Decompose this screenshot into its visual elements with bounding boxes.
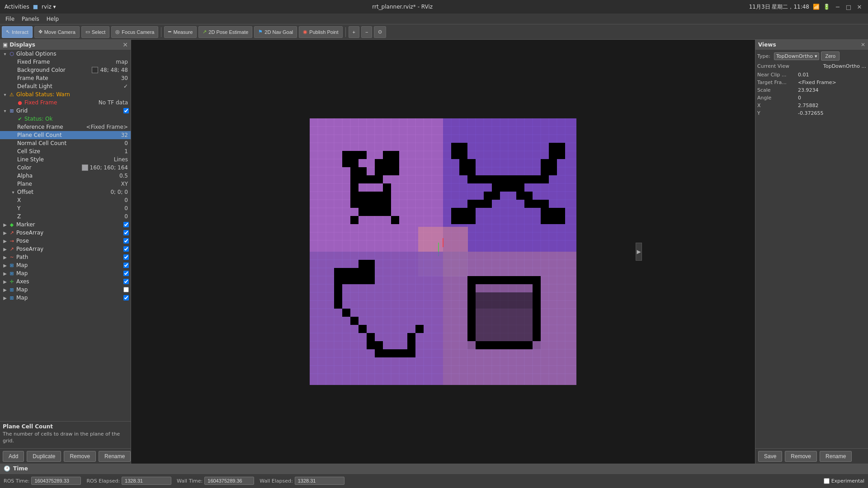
tree-offset-z[interactable]: Z 0 [0,212,131,221]
visualization-canvas[interactable] [131,40,755,464]
tree-arrow[interactable]: ▶ [2,239,8,244]
focus-camera-button[interactable]: ◎ Focus Camera [111,26,158,38]
tree-map3[interactable]: ▶ ⊞ Map [0,286,131,294]
tree-plane-cell-count[interactable]: Plane Cell Count 32 [0,131,131,139]
offset-value: 0; 0; 0 [110,189,131,195]
tree-line-style[interactable]: Line Style Lines [0,155,131,164]
zero-button[interactable]: Zero [821,52,840,61]
tree-arrow[interactable]: ▾ [2,92,8,97]
right-panel-collapse-button[interactable]: ▶ [636,243,642,261]
tree-pose[interactable]: ▶ → Pose [0,237,131,245]
tree-arrow[interactable]: ▶ [2,255,8,260]
menu-help[interactable]: Help [43,15,62,23]
path-checkbox[interactable] [123,254,129,260]
posearray1-checkbox[interactable] [123,230,129,235]
maximize-button[interactable]: □ [844,3,853,11]
tree-plane[interactable]: Plane XY [0,180,131,188]
tree-map4[interactable]: ▶ ⊞ Map [0,294,131,302]
tree-reference-frame[interactable]: Reference Frame <Fixed Frame> [0,123,131,131]
axes-checkbox[interactable] [123,279,129,284]
tree-cell-size[interactable]: Cell Size 1 [0,147,131,155]
grid-checkbox[interactable] [123,108,129,113]
fit-view-button[interactable]: ⊙ [374,26,386,38]
ros-time-input[interactable] [31,477,81,485]
menu-panels[interactable]: Panels [18,15,43,23]
tree-arrow[interactable]: ▶ [2,263,8,268]
tree-fixed-frame-warn[interactable]: ● Fixed Frame No TF data [0,99,131,107]
tree-default-light[interactable]: Default Light ✓ [0,82,131,90]
tree-axes[interactable]: ▶ ✛ Axes [0,277,131,286]
tree-background-color[interactable]: Background Color 48; 48; 48 [0,66,131,74]
tree-posearray2[interactable]: ▶ ↗ PoseArray [0,245,131,253]
experimental-checkbox[interactable] [824,478,830,484]
views-close-button[interactable]: ✕ [861,42,865,48]
map3-checkbox[interactable] [123,287,129,292]
rename-button[interactable]: Rename [99,451,131,462]
map1-checkbox[interactable] [123,263,129,268]
tree-global-options[interactable]: ▾ ⬡ Global Options [0,50,131,58]
tree-arrow[interactable]: ▾ [2,52,8,56]
tree-normal-cell-count[interactable]: Normal Cell Count 0 [0,139,131,147]
tree-arrow[interactable]: ▶ [2,222,8,227]
minimize-button[interactable]: ─ [834,3,842,11]
tree-offset[interactable]: ▾ Offset 0; 0; 0 [0,188,131,196]
select-button[interactable]: ▭ Select [81,26,110,38]
background-color-swatch[interactable] [92,67,98,73]
move-camera-button[interactable]: ✥ Move Camera [34,26,80,38]
menu-file[interactable]: File [2,15,18,23]
views-save-button[interactable]: Save [758,451,782,462]
ros-elapsed-input[interactable] [122,477,171,485]
tree-global-status[interactable]: ▾ ⚠ Global Status: Warn [0,90,131,99]
2d-pose-estimate-button[interactable]: ↗ 2D Pose Estimate [198,26,252,38]
color-swatch[interactable] [82,164,88,171]
tree-grid[interactable]: ▾ ⊞ Grid [0,107,131,115]
interact-button[interactable]: ↖ Interact [2,26,33,38]
tree-offset-x[interactable]: X 0 [0,196,131,204]
activities-label[interactable]: Activities [5,4,29,10]
add-button[interactable]: Add [3,451,24,462]
tree-arrow[interactable]: ▶ [2,230,8,235]
remove-button[interactable]: Remove [64,451,96,462]
wall-elapsed-input[interactable] [295,477,344,485]
tree-marker[interactable]: ▶ ◆ Marker [0,221,131,229]
ros-time-field: ROS Time: [4,477,81,485]
measure-button[interactable]: ━ Measure [164,26,197,38]
tree-arrow[interactable]: ▾ [2,108,8,113]
tree-arrow[interactable]: ▶ [2,296,8,300]
tree-offset-y[interactable]: Y 0 [0,204,131,212]
displays-close-button[interactable]: ✕ [123,41,128,48]
tree-map2[interactable]: ▶ ⊞ Map [0,269,131,277]
tree-path[interactable]: ▶ ~ Path [0,253,131,261]
tree-alpha[interactable]: Alpha 0.5 [0,172,131,180]
tree-arrow[interactable]: ▾ [10,190,16,195]
tree-fixed-frame[interactable]: Fixed Frame map [0,58,131,66]
views-type-select[interactable]: TopDownOrtho ▾ [774,52,819,60]
tree-map1[interactable]: ▶ ⊞ Map [0,261,131,269]
views-rename-button[interactable]: Rename [820,451,852,462]
tree-frame-rate[interactable]: Frame Rate 30 [0,74,131,82]
pose-checkbox[interactable] [123,238,129,244]
zoom-in-button[interactable]: + [349,26,359,38]
map2-checkbox[interactable] [123,271,129,276]
duplicate-button[interactable]: Duplicate [27,451,61,462]
global-options-icon: ⬡ [8,51,15,57]
wall-time-input[interactable] [204,477,254,485]
tree-posearray1[interactable]: ▶ ↗ PoseArray [0,229,131,237]
zoom-out-button[interactable]: − [361,26,372,38]
tree-arrow[interactable]: ▶ [2,287,8,292]
2d-nav-goal-button[interactable]: ⚑ 2D Nav Goal [254,26,297,38]
3d-viewport[interactable]: ▶ [131,40,755,464]
svg-rect-127 [359,260,375,284]
tree-arrow[interactable]: ▶ [2,279,8,284]
map4-checkbox[interactable] [123,295,129,300]
posearray2-checkbox[interactable] [123,246,129,252]
tree-status-ok[interactable]: ✔ Status: Ok [0,115,131,123]
app-menu[interactable]: rviz ▾ [42,4,56,10]
close-button[interactable]: ✕ [855,3,863,11]
tree-color[interactable]: Color 160; 160; 164 [0,164,131,172]
publish-point-button[interactable]: ◉ Publish Point [299,26,342,38]
tree-arrow[interactable]: ▶ [2,271,8,276]
marker-checkbox[interactable] [123,222,129,227]
views-remove-button[interactable]: Remove [785,451,817,462]
tree-arrow[interactable]: ▶ [2,247,8,252]
